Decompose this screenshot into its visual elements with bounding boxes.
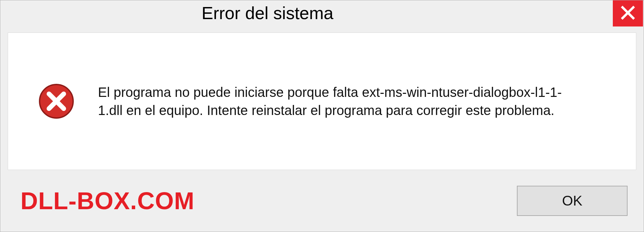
error-dialog: Error del sistema El programa no puede i…: [0, 0, 644, 232]
dialog-footer: DLL-BOX.COM OK: [0, 170, 644, 232]
close-icon: [621, 5, 635, 21]
error-message: El programa no puede iniciarse porque fa…: [98, 83, 584, 119]
dialog-body: El programa no puede iniciarse porque fa…: [8, 33, 636, 170]
titlebar: Error del sistema: [0, 0, 644, 26]
ok-button[interactable]: OK: [517, 186, 628, 216]
watermark-text: DLL-BOX.COM: [20, 187, 195, 215]
ok-button-label: OK: [562, 193, 583, 209]
close-button[interactable]: [613, 0, 643, 26]
error-icon: [38, 83, 74, 119]
dialog-title: Error del sistema: [202, 3, 333, 23]
